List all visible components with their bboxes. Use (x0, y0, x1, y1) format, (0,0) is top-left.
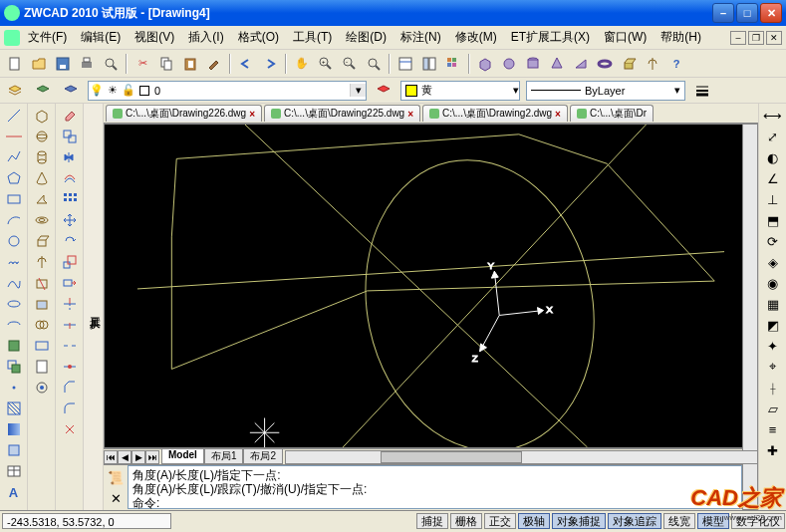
trim-tool[interactable] (59, 294, 81, 314)
help-button[interactable]: ? (665, 53, 687, 75)
menu-modify[interactable]: 修改(M) (449, 27, 503, 48)
tab-prev-button[interactable]: ◀ (118, 450, 131, 464)
layer-states-button[interactable] (32, 80, 54, 102)
3d-sphere-button[interactable] (31, 127, 53, 146)
erase-tool[interactable] (59, 106, 81, 126)
id-button[interactable]: ✚ (762, 440, 784, 460)
horizontal-scrollbar[interactable] (285, 450, 758, 464)
sphere-3d-button[interactable] (498, 53, 520, 75)
menu-edit[interactable]: 编辑(E) (75, 27, 127, 48)
color-dropdown[interactable]: 黄 ▾ (400, 81, 520, 101)
arc-tool[interactable] (3, 210, 25, 230)
redo-button[interactable] (259, 53, 281, 75)
menu-file[interactable]: 文件(F) (22, 27, 73, 48)
dim-ordinate-button[interactable]: ⊥ (762, 189, 784, 209)
box-3d-button[interactable] (474, 53, 496, 75)
status-5[interactable]: 对象追踪 (608, 513, 661, 529)
layer-properties-button[interactable] (4, 80, 26, 102)
region-tool[interactable] (3, 440, 25, 460)
extend-tool[interactable] (59, 315, 81, 335)
polygon-tool[interactable] (3, 168, 25, 188)
status-7[interactable]: 模型 (697, 513, 729, 529)
construction-line-tool[interactable] (3, 127, 25, 146)
minimize-button[interactable]: – (712, 3, 734, 23)
menu-view[interactable]: 视图(V) (129, 27, 180, 48)
cut-button[interactable]: ✂ (131, 53, 153, 75)
view-iso-button[interactable]: ◈ (762, 252, 784, 272)
properties-button[interactable] (394, 53, 416, 75)
3d-cylinder-button[interactable] (31, 147, 53, 167)
extrude-button2[interactable] (31, 231, 53, 251)
tool-palettes-button[interactable] (442, 53, 464, 75)
paste-button[interactable] (179, 53, 201, 75)
polyline-tool[interactable] (3, 147, 25, 167)
status-4[interactable]: 对象捕捉 (552, 513, 606, 529)
list-button[interactable]: ≡ (762, 419, 784, 439)
command-input[interactable]: 角度(A)/长度(L)/指定下一点: 角度(A)/长度(L)/跟踪(T)/撤消(… (128, 465, 742, 509)
dim-aligned-button[interactable]: ⤢ (762, 127, 784, 146)
insert-block-tool[interactable] (3, 336, 25, 356)
cmd-clean-button[interactable]: ✕ (105, 488, 127, 508)
setup-profile-button[interactable] (31, 336, 53, 356)
pan-button[interactable]: ✋ (291, 53, 313, 75)
dim-angular-button[interactable]: ∠ (762, 168, 784, 188)
join-tool[interactable] (59, 357, 81, 377)
layer-dropdown[interactable]: 💡 ☀ 🔓 0 ▾ (88, 81, 367, 101)
status-0[interactable]: 捕捉 (416, 513, 448, 529)
copy-button[interactable] (155, 53, 177, 75)
save-button[interactable] (52, 53, 74, 75)
menu-draw[interactable]: 绘图(D) (340, 27, 393, 48)
mtext-tool[interactable]: A (3, 482, 25, 502)
torus-3d-button[interactable] (594, 53, 616, 75)
layer-previous-button[interactable] (60, 80, 82, 102)
view-top-button[interactable]: ⬒ (762, 210, 784, 230)
tab-close-icon[interactable]: × (249, 109, 255, 120)
menu-format[interactable]: 格式(O) (232, 27, 285, 48)
dist-button[interactable]: ⟊ (762, 378, 784, 398)
drawing-tab[interactable]: C:\...\桌面\Drawing2.dwg× (422, 105, 568, 122)
menu-et-tools[interactable]: ET扩展工具(X) (505, 27, 596, 48)
scale-tool[interactable] (59, 252, 81, 272)
chamfer-tool[interactable] (59, 378, 81, 398)
drawing-tab[interactable]: C:\...\桌面\Dr (570, 105, 654, 122)
status-1[interactable]: 栅格 (450, 513, 482, 529)
3d-wedge-button[interactable] (31, 189, 53, 209)
tab-close-icon[interactable]: × (407, 109, 413, 120)
3d-box-button[interactable] (31, 106, 53, 126)
point-tool[interactable] (3, 378, 25, 398)
circle-tool[interactable] (3, 231, 25, 251)
tab-next-button[interactable]: ▶ (131, 450, 145, 464)
fillet-tool[interactable] (59, 399, 81, 418)
zoom-previous-button[interactable] (363, 53, 385, 75)
print-preview-button[interactable] (100, 53, 122, 75)
line-tool[interactable] (3, 106, 25, 126)
mdi-restore-button[interactable]: ❐ (748, 31, 764, 45)
mdi-minimize-button[interactable]: – (730, 31, 746, 45)
design-center-button[interactable] (418, 53, 440, 75)
move-tool[interactable] (59, 210, 81, 230)
area-button[interactable]: ▱ (762, 399, 784, 418)
maximize-button[interactable]: □ (736, 3, 758, 23)
setup-view-button[interactable] (31, 378, 53, 398)
drawing-tab[interactable]: C:\...\桌面\Drawing225.dwg× (264, 105, 420, 122)
ellipse-arc-tool[interactable] (3, 315, 25, 335)
3d-cone-button[interactable] (31, 168, 53, 188)
stretch-tool[interactable] (59, 273, 81, 293)
print-button[interactable] (76, 53, 98, 75)
linetype-dropdown[interactable]: ByLayer ▾ (526, 81, 685, 101)
et-panel-tab[interactable]: 扩展工具 (84, 104, 104, 510)
explode-tool[interactable] (59, 419, 81, 439)
match-properties-button[interactable] (203, 53, 225, 75)
rotate-tool[interactable] (59, 231, 81, 251)
ucs-button[interactable]: ⌖ (762, 357, 784, 377)
model-tab[interactable]: Model (161, 449, 204, 464)
table-tool[interactable] (3, 461, 25, 481)
slice-button[interactable] (31, 273, 53, 293)
mdi-close-button[interactable]: ✕ (766, 31, 782, 45)
mirror-tool[interactable] (59, 147, 81, 167)
hatch-tool[interactable] (3, 399, 25, 418)
cmd-history-button[interactable]: 📜 (105, 467, 127, 487)
copy-tool[interactable] (59, 127, 81, 146)
menu-tools[interactable]: 工具(T) (287, 27, 338, 48)
menu-insert[interactable]: 插入(I) (182, 27, 229, 48)
